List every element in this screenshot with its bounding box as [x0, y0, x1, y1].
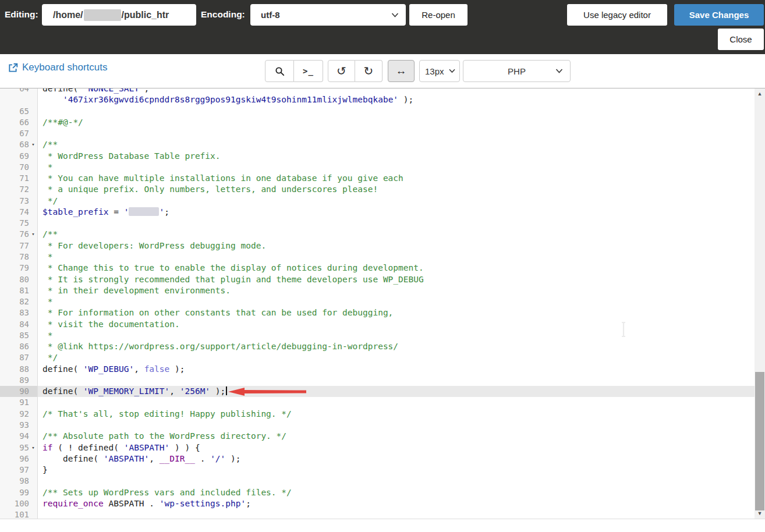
code-line-79[interactable]: 79 * Change this to true to enable the d… [0, 263, 755, 274]
fold-arrow-icon[interactable]: ▾ [29, 139, 37, 150]
code-line-88[interactable]: 88define( 'WP_DEBUG', false ); [0, 364, 755, 375]
code-line-80[interactable]: 80 * It is strongly recommended that plu… [0, 274, 755, 285]
keyboard-shortcuts-link[interactable]: Keyboard shortcuts [8, 62, 107, 73]
code-text[interactable] [38, 218, 755, 229]
code-text[interactable]: * @link https://wordpress.org/support/ar… [38, 341, 755, 352]
code-text[interactable]: * You can have multiple installations in… [38, 173, 755, 184]
code-text[interactable]: * Change this to true to enable the disp… [38, 263, 755, 274]
code-line-70[interactable]: 70 * [0, 162, 755, 173]
code-line-94[interactable]: 94/** Absolute path to the WordPress dir… [0, 431, 755, 442]
code-text[interactable]: * visit the documentation. [38, 319, 755, 330]
code-text[interactable]: require_once ABSPATH . 'wp-settings.php'… [38, 498, 755, 509]
code-text[interactable]: /** [38, 229, 755, 240]
scrollbar-thumb[interactable] [755, 372, 764, 510]
code-line-69[interactable]: 69 * WordPress Database Table prefix. [0, 151, 755, 162]
code-line-67[interactable]: 67 [0, 128, 755, 139]
code-text[interactable]: * [38, 296, 755, 307]
code-text[interactable]: /** Absolute path to the WordPress direc… [38, 431, 755, 442]
vertical-scrollbar[interactable]: ▲ ▼ [755, 88, 765, 519]
scroll-up-icon[interactable]: ▲ [755, 89, 765, 98]
syntax-mode-select[interactable]: PHP [463, 60, 571, 82]
code-text[interactable]: if ( ! defined( 'ABSPATH' ) ) { [38, 442, 755, 453]
code-line-81[interactable]: 81 * in their development environments. [0, 285, 755, 296]
scroll-down-icon[interactable]: ▼ [755, 509, 765, 518]
code-text[interactable]: * [38, 162, 755, 173]
code-line-100[interactable]: 100require_once ABSPATH . 'wp-settings.p… [0, 498, 755, 509]
code-line-92[interactable]: 92/* That's all, stop editing! Happy pub… [0, 409, 755, 420]
code-text[interactable] [38, 128, 755, 139]
code-line-98[interactable]: 98 [0, 476, 755, 487]
code-line-97[interactable]: 97} [0, 464, 755, 476]
code-line-77[interactable]: 77 * For developers: WordPress debugging… [0, 240, 755, 251]
code-text[interactable]: /* That's all, stop editing! Happy publi… [38, 409, 755, 420]
save-changes-button[interactable]: Save Changes [674, 4, 764, 26]
code-text[interactable]: */ [38, 196, 755, 207]
code-line-65[interactable]: 65 [0, 106, 755, 117]
code-text[interactable]: '467ixr36kgwvdi6cpnddr8s8rgg9pos91gskiw4… [38, 94, 755, 105]
code-text[interactable]: * WordPress Database Table prefix. [38, 151, 755, 162]
code-line-85[interactable]: 85 * [0, 330, 755, 341]
code-line-89[interactable]: 89 [0, 375, 755, 386]
reopen-button[interactable]: Re-open [409, 4, 468, 26]
code-line-101[interactable]: 101 [0, 509, 755, 519]
file-path-input[interactable]: /home/ /public_htr [42, 4, 196, 26]
code-line-86[interactable]: 86 * @link https://wordpress.org/support… [0, 341, 755, 352]
code-text[interactable]: /**#@-*/ [38, 117, 755, 128]
code-line-75[interactable]: 75 [0, 218, 755, 229]
code-line-76[interactable]: 76▾/** [0, 229, 755, 240]
code-text[interactable]: * in their development environments. [38, 285, 755, 296]
code-line-83[interactable]: 83 * For information on other constants … [0, 307, 755, 318]
code-text[interactable] [38, 509, 755, 519]
code-line-72[interactable]: 72 * a unique prefix. Only numbers, lett… [0, 184, 755, 195]
code-text[interactable] [38, 106, 755, 117]
code-line-71[interactable]: 71 * You can have multiple installations… [0, 173, 755, 184]
code-line-64[interactable]: 64define( 'NONCE_SALT', [0, 88, 755, 94]
code-line-82[interactable]: 82 * [0, 296, 755, 307]
redo-button[interactable]: ↻ [355, 60, 382, 82]
code-editor[interactable]: 64define( 'NONCE_SALT', '467ixr36kgwvdi6… [0, 88, 765, 519]
code-text[interactable]: } [38, 464, 755, 476]
code-line-66[interactable]: 66/**#@-*/ [0, 117, 755, 128]
code-text[interactable]: * a unique prefix. Only numbers, letters… [38, 184, 755, 195]
code-line-96[interactable]: 96 define( 'ABSPATH', __DIR__ . '/' ); [0, 453, 755, 464]
code-text[interactable]: * For developers: WordPress debugging mo… [38, 240, 755, 251]
code-line-95[interactable]: 95▾if ( ! defined( 'ABSPATH' ) ) { [0, 442, 755, 453]
code-text[interactable] [38, 397, 755, 408]
search-button[interactable] [265, 60, 294, 82]
code-text[interactable]: * For information on other constants tha… [38, 307, 755, 318]
code-text[interactable]: * [38, 251, 755, 263]
encoding-select[interactable]: utf-8 [250, 4, 406, 26]
code-line-93[interactable]: 93 [0, 420, 755, 431]
code-line-78[interactable]: 78 * [0, 251, 755, 263]
code-line-84[interactable]: 84 * visit the documentation. [0, 319, 755, 330]
undo-button[interactable]: ↺ [328, 60, 355, 82]
code-line-68[interactable]: 68▾/** [0, 139, 755, 150]
code-text[interactable]: * [38, 330, 755, 341]
word-wrap-toggle-button[interactable]: ↔ [388, 60, 415, 82]
code-text[interactable] [38, 420, 755, 431]
font-size-select[interactable]: 13px [419, 60, 460, 82]
code-line-73[interactable]: 73 */ [0, 196, 755, 207]
code-text[interactable] [38, 476, 755, 487]
code-line-90[interactable]: 90define( 'WP_MEMORY_LIMIT', '256M' ); [0, 386, 755, 397]
code-text[interactable]: define( 'NONCE_SALT', [38, 88, 755, 94]
code-text[interactable]: $table_prefix = ''; [38, 207, 755, 218]
code-text[interactable]: define( 'WP_MEMORY_LIMIT', '256M' ); [38, 386, 755, 397]
code-text[interactable]: /** Sets up WordPress vars and included … [38, 487, 755, 498]
code-text[interactable]: /** [38, 139, 755, 150]
fold-arrow-icon[interactable]: ▾ [29, 229, 37, 240]
code-line-91[interactable]: 91 [0, 397, 755, 408]
close-button[interactable]: Close [718, 29, 764, 50]
use-legacy-editor-button[interactable]: Use legacy editor [567, 4, 667, 26]
code-text[interactable] [38, 375, 755, 386]
fold-arrow-icon[interactable]: ▾ [29, 442, 37, 453]
code-text[interactable]: define( 'ABSPATH', __DIR__ . '/' ); [38, 453, 755, 464]
console-button[interactable]: >_ [294, 60, 323, 82]
code-line-87[interactable]: 87 */ [0, 352, 755, 363]
code-text[interactable]: define( 'WP_DEBUG', false ); [38, 364, 755, 375]
code-line-99[interactable]: 99/** Sets up WordPress vars and include… [0, 487, 755, 498]
code-line-wrap[interactable]: '467ixr36kgwvdi6cpnddr8s8rgg9pos91gskiw4… [0, 94, 755, 105]
code-text[interactable]: */ [38, 352, 755, 363]
code-text[interactable]: * It is strongly recommended that plugin… [38, 274, 755, 285]
code-line-74[interactable]: 74$table_prefix = ''; [0, 207, 755, 218]
